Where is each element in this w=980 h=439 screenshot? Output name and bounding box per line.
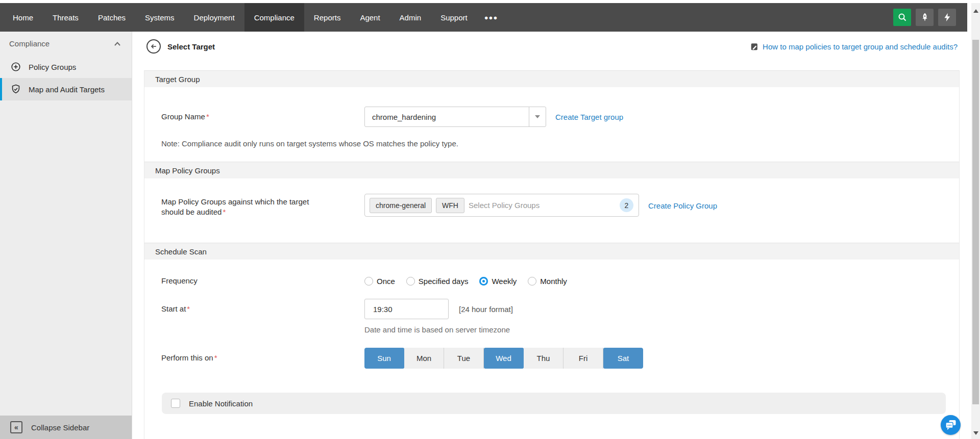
section-header-map-policy-groups: Map Policy Groups: [144, 162, 959, 178]
create-target-group-link[interactable]: Create Target group: [555, 113, 623, 121]
day-button-sat[interactable]: Sat: [603, 348, 643, 369]
sidebar-item-policy-groups[interactable]: Policy Groups: [0, 56, 132, 78]
rocket-icon: [920, 12, 930, 22]
vertical-scrollbar[interactable]: [971, 3, 980, 439]
selected-count-badge: 2: [620, 198, 633, 212]
policy-chip[interactable]: WFH: [436, 198, 464, 213]
nav-tab-compliance[interactable]: Compliance: [244, 3, 304, 32]
map-policy-groups-label: Map Policy Groups against which the targ…: [161, 194, 345, 217]
lightning-button[interactable]: [938, 9, 956, 26]
chat-support-button[interactable]: [941, 415, 961, 435]
day-button-mon[interactable]: Mon: [404, 348, 444, 369]
section-title: Map Policy Groups: [155, 166, 220, 175]
group-name-select[interactable]: chrome_hardening: [364, 107, 546, 127]
scroll-down-arrow[interactable]: [973, 431, 978, 435]
main-content: Select Target How to map policies to tar…: [133, 32, 971, 439]
arrow-left-icon: [150, 42, 158, 50]
day-button-wed[interactable]: Wed: [484, 348, 524, 369]
sidebar-item-map-audit-targets[interactable]: Map and Audit Targets: [0, 78, 132, 100]
help-link[interactable]: How to map policies to target group and …: [763, 42, 958, 51]
required-marker: *: [206, 112, 209, 121]
select-target-form: Target Group Group Name* chrome_hardenin…: [144, 70, 960, 439]
radio-icon[interactable]: [364, 277, 373, 286]
sidebar-section-label: Compliance: [9, 39, 50, 48]
nav-tab-reports[interactable]: Reports: [304, 3, 351, 32]
section-header-target-group: Target Group: [144, 70, 959, 87]
enable-notification-panel: Enable Notification: [162, 393, 946, 414]
enable-notification-label: Enable Notification: [189, 399, 253, 408]
nav-tab-admin[interactable]: Admin: [390, 3, 431, 32]
day-button-fri[interactable]: Fri: [564, 348, 603, 369]
policy-groups-multiselect[interactable]: chrome-general WFH Select Policy Groups …: [364, 194, 639, 217]
search-icon: [897, 12, 908, 22]
nav-tab-systems[interactable]: Systems: [135, 3, 184, 32]
note-pencil-icon: [750, 42, 759, 51]
policy-groups-placeholder: Select Policy Groups: [469, 201, 616, 210]
scrollbar-thumb[interactable]: [972, 40, 979, 404]
target-group-section: Group Name* chrome_hardening Create Targ…: [144, 87, 959, 162]
nav-tab-home[interactable]: Home: [3, 3, 43, 32]
dropdown-toggle[interactable]: [529, 107, 546, 126]
nav-tab-agent[interactable]: Agent: [350, 3, 389, 32]
start-time-input[interactable]: [364, 299, 449, 319]
radio-icon[interactable]: [479, 277, 488, 286]
day-button-thu[interactable]: Thu: [524, 348, 564, 369]
policy-chip[interactable]: chrome-general: [370, 198, 432, 213]
radio-icon[interactable]: [406, 277, 415, 286]
collapse-sidebar-label: Collapse Sidebar: [31, 423, 89, 432]
timezone-note: Date and time is based on server timezon…: [364, 325, 959, 334]
help-link-group[interactable]: How to map policies to target group and …: [750, 42, 958, 51]
frequency-option-monthly[interactable]: Monthly: [528, 277, 567, 286]
sidebar: Compliance Policy Groups Map and Audit T…: [0, 32, 132, 439]
frequency-option-weekly[interactable]: Weekly: [479, 277, 517, 286]
time-format-hint: [24 hour format]: [459, 305, 513, 314]
frequency-options: Once Specified days Weekly Monthly: [364, 277, 567, 286]
sidebar-item-label: Map and Audit Targets: [29, 85, 105, 94]
enable-notification-checkbox[interactable]: [171, 399, 180, 408]
section-header-schedule-scan: Schedule Scan: [144, 243, 959, 260]
map-policy-groups-section: Map Policy Groups against which the targ…: [144, 178, 959, 243]
page-header: Select Target How to map policies to tar…: [133, 32, 971, 61]
scroll-up-arrow[interactable]: [973, 9, 978, 13]
nav-tab-threats[interactable]: Threats: [43, 3, 88, 32]
day-button-sun[interactable]: Sun: [364, 348, 404, 369]
start-at-label: Start at*: [161, 299, 364, 314]
section-title: Schedule Scan: [155, 247, 207, 256]
day-selector: Sun Mon Tue Wed Thu Fri Sat: [364, 348, 643, 369]
nav-tab-deployment[interactable]: Deployment: [184, 3, 244, 32]
nav-more-menu[interactable]: ●●●: [477, 3, 505, 32]
section-title: Target Group: [155, 75, 200, 84]
required-marker: *: [223, 208, 226, 216]
os-match-note: Note: Compliance audit only runs on targ…: [161, 139, 959, 148]
chat-bubbles-icon: [945, 419, 957, 431]
radio-icon[interactable]: [528, 277, 536, 286]
sidebar-section-compliance[interactable]: Compliance: [0, 32, 132, 56]
group-name-value: chrome_hardening: [365, 113, 529, 121]
plus-circle-icon: [10, 61, 21, 72]
frequency-label: Frequency: [161, 276, 364, 286]
day-button-tue[interactable]: Tue: [444, 348, 484, 369]
frequency-option-once[interactable]: Once: [364, 277, 395, 286]
top-navigation: Home Threats Patches Systems Deployment …: [0, 3, 967, 32]
shield-check-icon: [10, 84, 21, 95]
chevron-down-icon: [535, 115, 540, 118]
required-marker: *: [187, 304, 190, 313]
rocket-button[interactable]: [916, 9, 934, 26]
search-button[interactable]: [893, 9, 911, 26]
chevron-up-icon[interactable]: [112, 39, 122, 49]
lightning-icon: [943, 12, 952, 22]
back-button[interactable]: [146, 39, 161, 54]
perform-this-on-label: Perform this on*: [161, 348, 364, 363]
sidebar-item-label: Policy Groups: [29, 63, 76, 71]
create-policy-group-link[interactable]: Create Policy Group: [648, 201, 717, 210]
collapse-sidebar-button[interactable]: « Collapse Sidebar: [0, 416, 132, 439]
nav-tab-patches[interactable]: Patches: [88, 3, 135, 32]
collapse-chevrons-icon: «: [10, 421, 22, 433]
schedule-scan-section: Frequency Once Specified days Weekly: [144, 276, 959, 414]
group-name-label: Group Name*: [161, 107, 364, 122]
required-marker: *: [214, 353, 217, 362]
page-title: Select Target: [167, 42, 215, 51]
nav-tab-support[interactable]: Support: [431, 3, 477, 32]
frequency-option-specified-days[interactable]: Specified days: [406, 277, 469, 286]
nav-icon-group: [893, 3, 967, 32]
